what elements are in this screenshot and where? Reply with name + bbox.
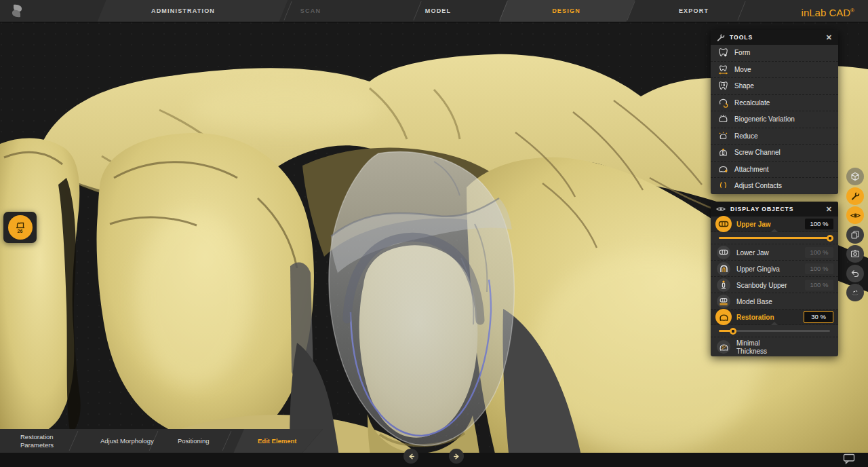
step-adjust-morphology[interactable]: Adjust Morphology [100,429,157,453]
tools-panel-title: TOOLS [730,34,753,41]
lower-jaw-icon [717,246,730,259]
step-restoration-parameters[interactable]: Restoration Parameters [20,429,77,453]
arrow-right-icon [452,452,461,461]
tools-panel: TOOLS ✕ Form Move Shape [711,30,838,194]
restoration-icon [715,309,732,325]
restoration-opacity-slider[interactable] [711,325,838,337]
nav-separator [737,1,745,20]
comment-bubble-icon [843,453,856,464]
tooth-shape-icon [718,81,728,91]
crown-biogeneric-icon [718,114,728,124]
feedback-button[interactable] [843,453,856,464]
display-objects-title: DISPLAY OBJECTS [730,206,793,212]
screw-channel-icon [718,147,728,157]
side-toolbar [846,168,864,303]
band-highlight [190,85,380,132]
upper-gingiva-icon [717,262,730,276]
tab-export[interactable]: EXPORT [679,0,709,22]
tab-design[interactable]: DESIGN [552,0,580,22]
tool-item-screw-channel[interactable]: Screw Channel [711,145,838,162]
lower-jaw-opacity-value[interactable]: 100 % [805,247,833,258]
top-navigation-bar: ADMINISTRATION SCAN MODEL DESIGN EXPORT … [0,0,868,22]
molar-highlight [136,210,251,387]
tool-item-attachment[interactable]: Attachment [711,162,838,179]
upper-jaw-slider-knob[interactable] [827,235,833,242]
step-back-icon[interactable] [846,265,864,282]
crown-reduce-icon [718,131,728,141]
upper-jaw-opacity-value[interactable]: 100 % [805,219,833,229]
dentsply-sirona-logo-icon [9,3,24,18]
upper-jaw-icon [715,216,732,232]
inlab-cad-window: ADMINISTRATION SCAN MODEL DESIGN EXPORT … [0,0,868,467]
tool-item-biogeneric-variation[interactable]: Biogeneric Variation [711,111,838,128]
adjust-contacts-icon [718,181,728,191]
eye-icon [716,206,726,212]
display-objects-icon[interactable] [846,206,864,224]
tooth-number: 26 [18,229,23,234]
display-row-lower-jaw[interactable]: Lower Jaw 100 % [711,244,838,261]
restoration-opacity-value[interactable]: 30 % [804,311,833,323]
bottom-bar [0,453,868,467]
tool-item-recalculate[interactable]: Recalculate [711,95,838,112]
display-row-scanbody-upper[interactable]: Scanbody Upper 100 % [711,277,838,293]
tab-scan[interactable]: SCAN [300,0,321,22]
slider-notch [771,229,778,232]
brand-logo-text: inLab CAD® [802,0,854,22]
nav-separator [413,1,421,20]
tools-panel-header: TOOLS ✕ [711,30,838,45]
display-row-model-base[interactable]: Model Base [711,293,838,310]
display-objects-close-icon[interactable]: ✕ [826,206,833,213]
view-cube-icon[interactable] [846,168,864,185]
tool-item-adjust-contacts[interactable]: Adjust Contacts [711,178,838,194]
wrench-icon [716,33,725,42]
tool-item-shape[interactable]: Shape [711,78,838,95]
crown-icon: 26 [8,215,33,240]
tab-administration[interactable]: ADMINISTRATION [151,0,215,22]
case-documents-icon[interactable] [846,226,864,244]
snapshot-icon[interactable] [846,245,864,263]
upper-gingiva-opacity-value[interactable]: 100 % [805,263,833,274]
tooth-form-icon [718,48,728,58]
display-objects-panel: DISPLAY OBJECTS ✕ Upper Jaw 100 % Lower … [711,202,838,356]
scanbody-upper-opacity-value[interactable]: 100 % [805,280,833,291]
arrow-left-icon [407,452,416,461]
display-row-upper-gingiva[interactable]: Upper Gingiva 100 % [711,261,838,277]
tooth-recalculate-icon [718,98,728,108]
tooth-move-icon [718,64,728,75]
attachment-icon [718,164,728,174]
display-row-minimal-thickness[interactable]: Minimal Thickness [711,337,838,356]
scanbody-upper-icon [717,278,730,292]
workflow-separator [222,431,232,451]
tool-item-form[interactable]: Form [711,45,838,62]
tools-icon[interactable] [846,187,864,205]
step-edit-element[interactable]: Edit Element [258,429,297,453]
tool-item-move[interactable]: Move [711,62,838,79]
slider-notch [771,322,778,325]
tab-model[interactable]: MODEL [425,0,452,22]
next-step-button[interactable] [449,449,464,464]
previous-step-button[interactable] [403,449,418,464]
step-positioning[interactable]: Positioning [178,429,209,453]
restoration-slider-knob[interactable] [730,328,736,335]
upper-jaw-opacity-slider[interactable] [711,232,838,244]
workflow-step-bar: Restoration Parameters Adjust Morphology… [0,429,323,453]
minimal-thickness-icon [717,340,730,354]
model-base-icon [717,295,730,308]
tooth-number-badge[interactable]: 26 [3,212,37,243]
tool-item-reduce[interactable]: Reduce [711,128,838,145]
tools-close-icon[interactable]: ✕ [826,34,833,41]
display-objects-header: DISPLAY OBJECTS ✕ [711,202,838,217]
grab-icon[interactable] [846,284,864,301]
